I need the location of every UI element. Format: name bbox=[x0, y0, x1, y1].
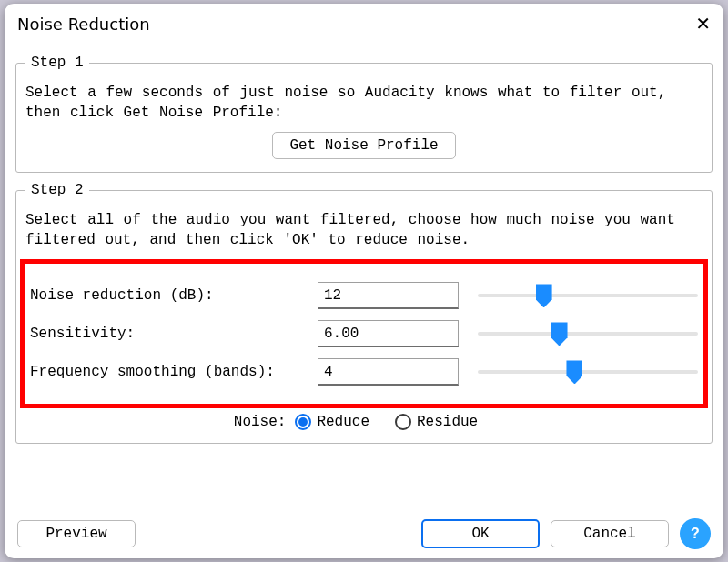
titlebar: Noise Reduction ✕ bbox=[5, 4, 723, 44]
frequency-smoothing-slider[interactable] bbox=[478, 358, 698, 386]
slider-thumb-icon[interactable] bbox=[566, 360, 582, 384]
param-row-frequency-smoothing: Frequency smoothing (bands): bbox=[30, 358, 698, 386]
step2-legend: Step 2 bbox=[25, 182, 89, 198]
step1-group: Step 1 Select a few seconds of just nois… bbox=[15, 55, 713, 173]
window-title: Noise Reduction bbox=[17, 15, 150, 34]
step2-group: Step 2 Select all of the audio you want … bbox=[15, 182, 713, 444]
noise-mode-row: Noise: Reduce Residue bbox=[25, 414, 703, 430]
sensitivity-slider[interactable] bbox=[478, 320, 698, 347]
sensitivity-label: Sensitivity: bbox=[30, 326, 303, 342]
radio-dot-icon bbox=[295, 414, 311, 430]
step2-description: Select all of the audio you want filtere… bbox=[25, 211, 703, 250]
step1-description: Select a few seconds of just noise so Au… bbox=[25, 84, 703, 123]
cancel-button[interactable]: Cancel bbox=[551, 520, 669, 547]
dialog-footer: Preview OK Cancel ? bbox=[5, 518, 723, 549]
help-icon: ? bbox=[686, 525, 704, 543]
noise-reduction-slider[interactable] bbox=[478, 282, 698, 309]
get-noise-profile-button[interactable]: Get Noise Profile bbox=[272, 132, 455, 159]
param-row-sensitivity: Sensitivity: bbox=[30, 320, 698, 347]
slider-thumb-icon[interactable] bbox=[536, 284, 552, 307]
help-button[interactable]: ? bbox=[680, 518, 711, 549]
radio-reduce-label: Reduce bbox=[317, 414, 369, 430]
frequency-smoothing-label: Frequency smoothing (bands): bbox=[30, 364, 303, 380]
radio-reduce[interactable]: Reduce bbox=[295, 414, 369, 430]
noise-mode-label: Noise: bbox=[234, 414, 287, 430]
slider-thumb-icon[interactable] bbox=[551, 322, 568, 346]
radio-residue[interactable]: Residue bbox=[395, 414, 478, 430]
dialog-content: Step 1 Select a few seconds of just nois… bbox=[5, 44, 723, 444]
params-highlight-box: Noise reduction (dB): Sensitivity: bbox=[20, 259, 708, 408]
radio-dot-icon bbox=[395, 414, 411, 430]
noise-reduction-label: Noise reduction (dB): bbox=[30, 287, 303, 304]
preview-button[interactable]: Preview bbox=[17, 520, 136, 547]
noise-reduction-input[interactable] bbox=[318, 282, 459, 309]
close-icon[interactable]: ✕ bbox=[695, 15, 711, 33]
step1-legend: Step 1 bbox=[25, 55, 89, 71]
sensitivity-input[interactable] bbox=[318, 320, 459, 347]
noise-reduction-dialog: Noise Reduction ✕ Step 1 Select a few se… bbox=[5, 4, 723, 558]
param-row-noise-reduction: Noise reduction (dB): bbox=[30, 282, 698, 309]
frequency-smoothing-input[interactable] bbox=[318, 358, 459, 386]
ok-button[interactable]: OK bbox=[421, 519, 540, 548]
svg-text:?: ? bbox=[691, 526, 700, 541]
radio-residue-label: Residue bbox=[417, 414, 478, 430]
